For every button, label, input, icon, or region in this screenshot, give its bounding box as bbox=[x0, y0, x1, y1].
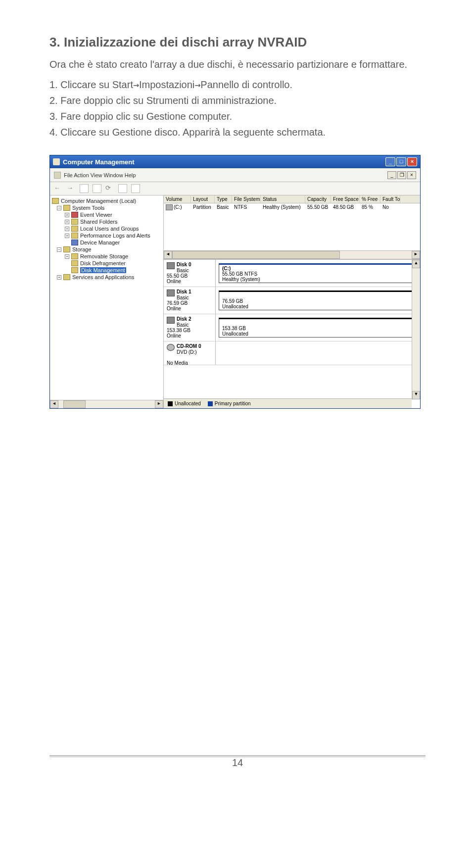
legend: Unallocated Primary partition bbox=[164, 398, 412, 408]
maximize-button[interactable]: □ bbox=[396, 157, 406, 166]
scroll-right-icon[interactable]: ► bbox=[412, 251, 420, 259]
cdrom-icon bbox=[167, 344, 175, 351]
partition[interactable]: (C:) 55.50 GB NTFS Healthy (System) bbox=[219, 263, 414, 283]
tree-storage[interactable]: Storage bbox=[72, 246, 92, 252]
tree-perf-logs[interactable]: Performance Logs and Alerts bbox=[80, 233, 150, 239]
expand-icon[interactable]: + bbox=[57, 275, 61, 280]
expand-icon[interactable]: + bbox=[65, 227, 69, 231]
tree-disk-management[interactable]: Disk Management bbox=[80, 267, 126, 273]
col-volume[interactable]: Volume bbox=[164, 195, 191, 203]
disk-icon bbox=[167, 262, 175, 269]
col-type[interactable]: Type bbox=[215, 195, 232, 203]
disk-icon bbox=[167, 317, 175, 324]
tree-disk-defrag[interactable]: Disk Defragmenter bbox=[80, 260, 126, 266]
disk-row[interactable]: Disk 2 Basic 153.38 GB Online 153.38 GB … bbox=[164, 314, 420, 341]
defrag-icon bbox=[71, 260, 78, 266]
folder-icon bbox=[71, 253, 78, 259]
volume-row[interactable]: (C:) Partition Basic NTFS Healthy (Syste… bbox=[164, 203, 420, 211]
disk-header: CD-ROM 0 DVD (D:) No Media bbox=[164, 341, 216, 365]
folder-icon bbox=[71, 219, 78, 225]
step-2: 2. Fare doppio clic su Strumenti di ammi… bbox=[49, 93, 426, 108]
nav-tree[interactable]: Computer Management (Local) −System Tool… bbox=[50, 195, 164, 408]
tree-services-apps[interactable]: Services and Applications bbox=[72, 274, 134, 280]
col-status[interactable]: Status bbox=[261, 195, 305, 203]
disk-row[interactable]: CD-ROM 0 DVD (D:) No Media bbox=[164, 341, 420, 365]
col-freespace[interactable]: Free Space bbox=[331, 195, 360, 203]
toolbar: ← → ⟳ bbox=[50, 182, 420, 195]
page-footer: 14 bbox=[49, 755, 426, 769]
tree-local-users[interactable]: Local Users and Groups bbox=[80, 226, 139, 232]
disk-icon bbox=[167, 289, 175, 296]
expand-icon[interactable]: + bbox=[65, 213, 69, 217]
disk-vertical-scrollbar[interactable]: ▲ ▼ bbox=[412, 260, 420, 399]
partition-unallocated[interactable]: 76.59 GB Unallocated bbox=[219, 290, 414, 310]
folder-icon bbox=[71, 226, 78, 232]
back-icon[interactable]: ← bbox=[54, 184, 63, 193]
step-4: 4. Cliccare su Gestione disco. Apparirà … bbox=[49, 124, 426, 140]
screenshot: Computer Management _ □ × File Action Vi… bbox=[49, 155, 421, 409]
volume-scrollbar[interactable]: ◄ ► bbox=[164, 250, 420, 259]
toolbar-button[interactable] bbox=[131, 184, 140, 193]
step-1: 1. Cliccare su Start→Impostazioni→Pannel… bbox=[49, 77, 426, 93]
folder-icon bbox=[63, 246, 70, 252]
intro-text: Ora che è stato creato l'array a due dis… bbox=[49, 57, 426, 72]
window: Computer Management _ □ × File Action Vi… bbox=[49, 155, 421, 409]
volume-list[interactable]: Volume Layout Type File System Status Ca… bbox=[164, 195, 420, 260]
menubar-row: File Action View Window Help _ ❐ × bbox=[50, 168, 420, 182]
disk-row[interactable]: Disk 0 Basic 55.50 GB Online (C:) 55.50 … bbox=[164, 260, 420, 287]
scroll-down-icon[interactable]: ▼ bbox=[412, 391, 420, 399]
scroll-left-icon[interactable]: ◄ bbox=[164, 251, 172, 259]
toolbar-button[interactable] bbox=[118, 184, 127, 193]
mdi-restore-button[interactable]: ❐ bbox=[397, 171, 406, 179]
col-capacity[interactable]: Capacity bbox=[305, 195, 331, 203]
col-layout[interactable]: Layout bbox=[191, 195, 215, 203]
disk-map[interactable]: Disk 0 Basic 55.50 GB Online (C:) 55.50 … bbox=[164, 260, 420, 408]
content-pane: Volume Layout Type File System Status Ca… bbox=[164, 195, 420, 408]
diskmgmt-icon bbox=[71, 267, 78, 273]
disk-row[interactable]: Disk 1 Basic 76.59 GB Online 76.59 GB Un… bbox=[164, 287, 420, 314]
legend-swatch bbox=[168, 401, 173, 406]
column-headers[interactable]: Volume Layout Type File System Status Ca… bbox=[164, 195, 420, 203]
expand-icon[interactable]: + bbox=[65, 234, 69, 238]
doc-icon bbox=[54, 172, 61, 179]
device-icon bbox=[71, 240, 78, 245]
page-number: 14 bbox=[232, 757, 243, 768]
toolbar-button[interactable] bbox=[80, 184, 89, 193]
tree-shared-folders[interactable]: Shared Folders bbox=[80, 219, 117, 225]
heading: 3. Inizializzazione dei dischi array NVR… bbox=[49, 35, 426, 50]
mdi-minimize-button[interactable]: _ bbox=[387, 171, 396, 179]
app-icon bbox=[53, 158, 60, 165]
expand-icon[interactable]: + bbox=[65, 220, 69, 224]
col-percentfree[interactable]: % Free bbox=[360, 195, 380, 203]
refresh-icon[interactable]: ⟳ bbox=[105, 184, 114, 193]
tree-event-viewer[interactable]: Event Viewer bbox=[80, 212, 112, 218]
scroll-left-icon[interactable]: ◄ bbox=[50, 400, 58, 408]
folder-icon bbox=[63, 274, 70, 280]
menubar[interactable]: File Action View Window Help bbox=[64, 172, 136, 178]
minimize-button[interactable]: _ bbox=[385, 157, 395, 166]
col-fault[interactable]: Fault To bbox=[380, 195, 400, 203]
scroll-right-icon[interactable]: ► bbox=[155, 400, 163, 408]
event-icon bbox=[71, 212, 78, 218]
tree-system-tools[interactable]: System Tools bbox=[72, 205, 104, 211]
scroll-up-icon[interactable]: ▲ bbox=[412, 260, 420, 268]
toolbar-button[interactable] bbox=[93, 184, 101, 193]
close-button[interactable]: × bbox=[407, 157, 417, 166]
step-3: 3. Fare doppio clic su Gestione computer… bbox=[49, 108, 426, 124]
tree-scrollbar[interactable]: ◄ ► bbox=[50, 400, 163, 408]
col-filesystem[interactable]: File System bbox=[232, 195, 261, 203]
expand-icon[interactable]: + bbox=[65, 254, 69, 259]
disk-header: Disk 1 Basic 76.59 GB Online bbox=[164, 287, 216, 314]
mdi-close-button[interactable]: × bbox=[407, 171, 416, 179]
forward-icon[interactable]: → bbox=[67, 184, 76, 193]
partition-unallocated[interactable]: 153.38 GB Unallocated bbox=[219, 318, 414, 338]
computer-icon bbox=[52, 198, 59, 204]
drive-icon bbox=[166, 204, 173, 210]
collapse-icon[interactable]: − bbox=[57, 247, 61, 252]
tree-root[interactable]: Computer Management (Local) bbox=[61, 198, 136, 204]
collapse-icon[interactable]: − bbox=[57, 206, 61, 210]
tree-device-manager[interactable]: Device Manager bbox=[80, 240, 120, 245]
titlebar[interactable]: Computer Management _ □ × bbox=[50, 155, 420, 168]
disk-header: Disk 0 Basic 55.50 GB Online bbox=[164, 260, 216, 287]
tree-removable-storage[interactable]: Removable Storage bbox=[80, 253, 128, 259]
